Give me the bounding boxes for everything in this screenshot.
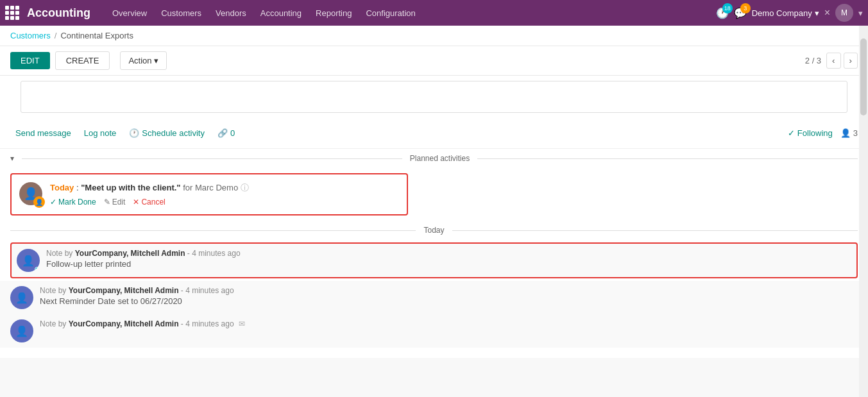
log-item: 👤 Note by YourCompany, Mitchell Admin - … (0, 281, 868, 314)
activity-avatar-container: 👤 👤 (19, 182, 42, 205)
log-item: 👤 Note by YourCompany, Mitchell Admin - … (10, 242, 858, 278)
activity-content: Today : "Meet up with the client." for M… (50, 182, 399, 207)
action-label: Action (128, 56, 151, 65)
pagination: 2 / 3 (805, 56, 821, 65)
app-grid-icon[interactable] (5, 6, 19, 20)
next-arrow[interactable]: › (844, 53, 858, 69)
followers-count[interactable]: 👤 3 (840, 128, 858, 138)
demo-company-chevron: ▾ (815, 8, 819, 18)
log-time-ago-2: 4 minutes ago (185, 286, 234, 295)
edit-activity-label: Edit (112, 198, 126, 207)
log-prefix-3: Note by (40, 319, 66, 328)
user-avatar[interactable]: M (835, 4, 853, 22)
activity-colon: : (76, 183, 79, 192)
log-author-1: YourCompany, Mitchell Admin (75, 249, 185, 258)
nav-overview[interactable]: Overview (106, 0, 153, 26)
scrollbar-thumb[interactable] (860, 38, 867, 115)
send-message-button[interactable]: Send message (10, 126, 76, 140)
log-content-3: Note by YourCompany, Mitchell Admin - 4 … (40, 319, 858, 330)
log-prefix-1: Note by (46, 249, 72, 258)
log-content-2: Note by YourCompany, Mitchell Admin - 4 … (40, 286, 858, 306)
followers-person-icon: 👤 (840, 128, 851, 138)
followers-link-button[interactable]: 🔗 0 (212, 126, 240, 140)
nav-accounting[interactable]: Accounting (254, 0, 308, 26)
activity-type-icon: 👤 (33, 196, 45, 208)
planned-activities-title: Planned activities (410, 154, 470, 163)
log-avatar-3: 👤 (10, 319, 33, 342)
section-line-left (22, 158, 402, 159)
log-time-ago-1: 4 minutes ago (192, 249, 240, 258)
log-avatar-2: 👤 (10, 286, 33, 309)
today-line-right (452, 230, 858, 231)
log-author-3: YourCompany, Mitchell Admin (69, 319, 179, 328)
cancel-activity-label: Cancel (141, 198, 165, 207)
schedule-activity-button[interactable]: 🕐 Schedule activity (124, 126, 210, 140)
demo-company-label: Demo Company (752, 8, 812, 18)
today-label: Today (423, 226, 444, 235)
log-header-2: Note by YourCompany, Mitchell Admin - 4 … (40, 286, 858, 295)
record-toolbar: EDIT CREATE Action ▾ 2 / 3 ‹ › (0, 46, 868, 76)
log-content-1: Note by YourCompany, Mitchell Admin - 4 … (46, 249, 851, 269)
following-checkmark: ✓ (788, 128, 795, 138)
content-area: Send message Log note 🕐 Schedule activit… (0, 76, 868, 358)
nav-vendors[interactable]: Vendors (209, 0, 253, 26)
nav-customers[interactable]: Customers (155, 0, 208, 26)
today-line-left (10, 230, 416, 231)
followers-count-value: 3 (853, 128, 858, 138)
create-button[interactable]: CREATE (55, 51, 110, 70)
online-indicator (35, 267, 40, 272)
close-icon[interactable]: × (824, 7, 830, 19)
section-line-right (477, 158, 858, 159)
x-activity-icon: ✕ (133, 198, 139, 207)
send-message-label: Send message (15, 128, 71, 138)
activity-info-icon[interactable]: ⓘ (241, 183, 249, 192)
cancel-activity-button[interactable]: ✕ Cancel (133, 198, 165, 207)
activity-item: 👤 👤 Today : "Meet up with the client." f… (10, 173, 408, 215)
topbar-right: 🕐 18 💬 3 Demo Company ▾ × M ▾ (716, 4, 863, 22)
scrollbar-track[interactable] (859, 26, 868, 358)
edit-activity-button[interactable]: ✎ Edit (104, 198, 126, 207)
mark-done-button[interactable]: ✓ Mark Done (50, 198, 96, 207)
chatter-toolbar: Send message Log note 🕐 Schedule activit… (0, 118, 868, 149)
nav-configuration[interactable]: Configuration (359, 0, 421, 26)
planned-activities-chevron[interactable]: ▾ (10, 154, 14, 163)
user-chevron[interactable]: ▾ (858, 8, 863, 18)
chat-badge: 3 (740, 3, 751, 13)
form-content-placeholder (21, 81, 847, 113)
app-title: Accounting (27, 6, 90, 20)
breadcrumb-parent[interactable]: Customers (10, 31, 51, 40)
schedule-icon: 🕐 (129, 128, 139, 138)
chat-icon-badge[interactable]: 💬 3 (734, 7, 747, 19)
action-dropdown-icon: ▾ (154, 56, 158, 65)
toolbar-right: 2 / 3 ‹ › (805, 53, 858, 69)
top-nav: Accounting Overview Customers Vendors Ac… (0, 0, 868, 26)
log-messages: 👤 Note by YourCompany, Mitchell Admin - … (0, 242, 868, 358)
followers-icon: 🔗 (217, 128, 228, 138)
breadcrumb: Customers / Continental Exports (0, 26, 868, 46)
log-text-1: Follow-up letter printed (46, 259, 851, 269)
schedule-activity-label: Schedule activity (142, 128, 205, 138)
log-prefix-2: Note by (40, 286, 66, 295)
main-nav: Overview Customers Vendors Accounting Re… (106, 0, 713, 26)
prev-arrow[interactable]: ‹ (826, 53, 840, 69)
log-avatar-1: 👤 (17, 249, 40, 272)
edit-button[interactable]: EDIT (10, 52, 50, 69)
email-icon: ✉ (239, 319, 245, 328)
clock-badge: 18 (722, 3, 733, 13)
pencil-icon: ✎ (104, 198, 110, 207)
demo-company-selector[interactable]: Demo Company ▾ (752, 8, 819, 18)
clock-icon-badge[interactable]: 🕐 18 (716, 7, 729, 19)
log-header-1: Note by YourCompany, Mitchell Admin - 4 … (46, 249, 851, 258)
activity-actions: ✓ Mark Done ✎ Edit ✕ Cancel (50, 198, 399, 207)
log-header-3: Note by YourCompany, Mitchell Admin - 4 … (40, 319, 858, 328)
activity-title-row: Today : "Meet up with the client." for M… (50, 182, 399, 194)
following-label: Following (797, 128, 833, 138)
action-button[interactable]: Action ▾ (120, 51, 167, 70)
following-button[interactable]: ✓ Following (788, 128, 833, 138)
breadcrumb-current: Continental Exports (60, 31, 133, 40)
activity-date: Today (50, 183, 74, 192)
followers-label: 0 (230, 128, 235, 138)
log-note-button[interactable]: Log note (79, 126, 122, 140)
nav-reporting[interactable]: Reporting (309, 0, 358, 26)
activity-for: for Marc Demo (183, 183, 238, 192)
